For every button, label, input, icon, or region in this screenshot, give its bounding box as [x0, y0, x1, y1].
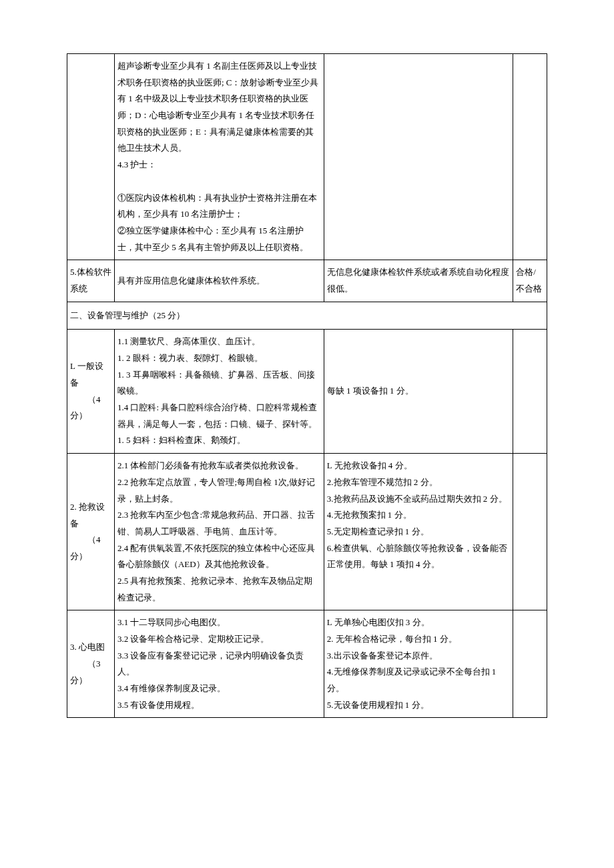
table-row: 5.体检软件系统 具有并应用信息化健康体检软件系统。 无信息化健康体检软件系统或…	[67, 260, 547, 302]
cell-name: 2. 抢救设备 （4 分）	[67, 454, 115, 610]
cell-name: 5.体检软件系统	[67, 260, 115, 302]
cell-score	[513, 54, 547, 260]
cell-criteria: L 无抢救设备扣 4 分。2.抢救车管理不规范扣 2 分。3.抢救药品及设施不全…	[324, 454, 513, 610]
cell-requirement: 3.1 十二导联同步心电图仪。3.2 设备年检合格记录、定期校正记录。3.3 设…	[114, 610, 324, 718]
cell-requirement: 1.1 测量软尺、身高体重仪、血压计。1. 2 眼科：视力表、裂隙灯、检眼镜。1…	[114, 330, 324, 454]
cell-name	[67, 54, 115, 260]
cell-score	[513, 330, 547, 454]
cell-criteria: 无信息化健康体检软件系统或者系统自动化程度很低。	[324, 260, 513, 302]
table-row: 2. 抢救设备 （4 分） 2.1 体检部门必须备有抢救车或者类似抢救设备。2.…	[67, 454, 547, 610]
table-row: 3. 心电图 （3 分） 3.1 十二导联同步心电图仪。3.2 设备年检合格记录…	[67, 610, 547, 718]
cell-requirement: 具有并应用信息化健康体检软件系统。	[114, 260, 324, 302]
table-row: 超声诊断专业至少具有 1 名副主任医师及以上专业技术职务任职资格的执业医师; C…	[67, 54, 547, 260]
section-header-row: 二、设备管理与维护（25 分）	[67, 302, 547, 330]
section-title: 二、设备管理与维护（25 分）	[67, 302, 547, 330]
table-row: L 一般设备 （4 分） 1.1 测量软尺、身高体重仪、血压计。1. 2 眼科：…	[67, 330, 547, 454]
cell-score	[513, 454, 547, 610]
cell-criteria	[324, 54, 513, 260]
cell-criteria: 每缺 1 项设备扣 1 分。	[324, 330, 513, 454]
cell-name: L 一般设备 （4 分）	[67, 330, 115, 454]
cell-criteria: L 无单独心电图仪扣 3 分。2. 无年检合格记录，每台扣 1 分。3.出示设备…	[324, 610, 513, 718]
cell-name: 3. 心电图 （3 分）	[67, 610, 115, 718]
cell-score	[513, 610, 547, 718]
cell-requirement: 2.1 体检部门必须备有抢救车或者类似抢救设备。2.2 抢救车定点放置，专人管理…	[114, 454, 324, 610]
cell-score: 合格/不合格	[513, 260, 547, 302]
cell-requirement: 超声诊断专业至少具有 1 名副主任医师及以上专业技术职务任职资格的执业医师; C…	[114, 54, 324, 260]
